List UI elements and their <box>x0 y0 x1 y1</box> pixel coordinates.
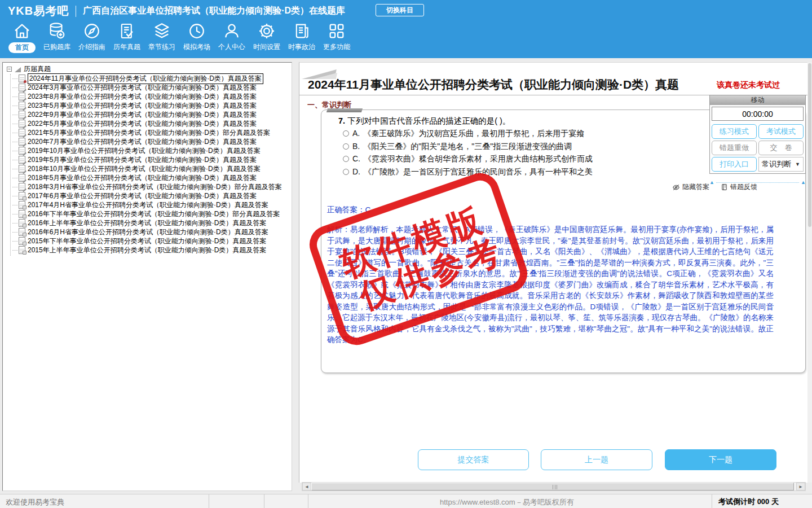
tree-item-label: 2019年5月事业单位公开招聘分类考试（职业能力倾向测验·D类）真题及答案 <box>28 155 257 165</box>
tree-collapse-icon[interactable]: − <box>7 67 12 72</box>
option-text: 《阳关三叠》的"阳关"是地名，"三叠"指三段渐进变强的曲调 <box>363 142 572 152</box>
option-c[interactable]: C. 《霓裳羽衣曲》糅合胡华音乐素材，采用唐大曲结构形式创作而成 <box>343 154 593 164</box>
horizontal-scrollbar[interactable]: ◄ ► <box>302 482 806 491</box>
triangle-up-icon: ▲ <box>801 179 806 185</box>
tree-item[interactable]: 2018年10月事业单位公开招聘分类考试（职业能力倾向测验·D类）真题及答案 <box>5 164 292 173</box>
tree-item-label: 2015年下半年事业单位公开招聘分类考试（职业能力倾向测验·D类）真题及答案 <box>28 237 266 246</box>
nav-label: 更多功能 <box>323 42 350 52</box>
option-key: C. <box>352 154 360 163</box>
statusbar-separator <box>308 494 308 508</box>
radio-icon[interactable] <box>343 143 349 150</box>
database-icon <box>47 20 67 42</box>
nav-item-current-affairs[interactable]: 时事政治 <box>284 20 319 53</box>
nav-item-time-settings[interactable]: 时间设置 <box>249 20 284 53</box>
tree-item[interactable]: 2023年8月事业单位公开招聘分类考试（职业能力倾向测验·D类）真题及答案 <box>5 92 292 101</box>
print-entry-button[interactable]: 打印入口 <box>712 157 757 172</box>
tree-item[interactable]: 2023年5月事业单位公开招聘分类考试（职业能力倾向测验·D类）真题及答案 <box>5 101 292 110</box>
dotted-divider <box>716 182 799 183</box>
scrollbar-thumb[interactable] <box>311 483 794 491</box>
vertical-scrollbar[interactable] <box>807 62 812 483</box>
scroll-right-arrow-icon[interactable]: ► <box>796 483 805 491</box>
tree-item[interactable]: 2015年下半年事业单位公开招聘分类考试（职业能力倾向测验·D类）真题及答案 <box>5 237 292 246</box>
nav-label: 个人中心 <box>218 42 245 52</box>
pin-document-icon <box>19 75 25 82</box>
panel-collapse-strip[interactable]: ▲ ▲ <box>709 179 806 185</box>
tree-item[interactable]: 2016年上半年事业单位公开招聘分类考试（职业能力倾向测验·D类）真题及答案 <box>5 218 292 227</box>
nav-label: 已购题库 <box>43 42 70 52</box>
tree-item[interactable]: 2024年11月事业单位公开招聘分类考试（职业能力倾向测验·D类）真题及答案 <box>5 74 292 83</box>
section-dropdown[interactable]: 常识判断 ▼ <box>758 157 804 172</box>
scrollbar-thumb[interactable] <box>808 63 811 227</box>
option-text: 《广陵散》是一首区别于宫廷雅乐的民间音乐，具有一种平和之美 <box>364 167 593 177</box>
nav-label: 模拟考场 <box>183 42 210 52</box>
option-d[interactable]: D. 《广陵散》是一首区别于宫廷雅乐的民间音乐，具有一种平和之美 <box>343 167 593 177</box>
hide-answer-button[interactable]: 隐藏答案 <box>672 182 709 192</box>
main-content: 2024年11月事业单位公开招聘分类考试（职业能力倾向测验·D类）真题 该真卷还… <box>299 62 807 483</box>
tree-item[interactable]: 2016年下半年事业单位公开招聘分类考试（职业能力倾向测验·D类）部分真题及答案 <box>5 209 292 218</box>
option-a[interactable]: A. 《秦王破阵乐》为汉朝宫廷乐曲，最初用于祭祀，后来用于宴飨 <box>343 129 593 139</box>
status-bar: 欢迎使用易考宝典 https://www.etest8.com－易考吧版权所有 … <box>0 494 812 508</box>
nav-item-guide[interactable]: 介绍指南 <box>74 20 109 53</box>
document-icon <box>117 20 136 42</box>
tree-item[interactable]: 2016年6月H省事业单位公开招聘分类考试（职业能力倾向测验·D类）真题及答案 <box>5 227 292 237</box>
tree-item-label: 2017年6月事业单位公开招聘分类考试（职业能力倾向测验·D类）真题及答案 <box>28 191 257 201</box>
redo-wrong-button[interactable]: 错题重做 <box>712 141 757 155</box>
scroll-left-arrow-icon[interactable]: ◄ <box>302 483 311 491</box>
tree-item[interactable]: 2021年5月事业单位公开招聘分类考试（职业能力倾向测验·D类）部分真题及答案 <box>5 128 292 137</box>
nav-item-past-papers[interactable]: 历年真题 <box>109 20 144 53</box>
panel-buttons: 练习模式 考试模式 错题重做 交 卷 打印入口 常识判断 ▼ <box>710 122 805 173</box>
edit-document-icon <box>19 174 25 182</box>
view-document-icon <box>19 192 25 200</box>
tree-item[interactable]: 2019年5月事业单位公开招聘分类考试（职业能力倾向测验·D类）真题及答案 <box>5 155 292 164</box>
submit-answer-button[interactable]: 提交答案 <box>418 449 529 470</box>
question-text: 下列对中国古代音乐作品的描述正确的是( )。 <box>347 116 510 125</box>
tree-root-row[interactable]: − 历届真题 <box>5 64 292 74</box>
nav-item-personal-center[interactable]: 个人中心 <box>214 20 249 53</box>
panel-drag-handle[interactable]: 移动 <box>710 95 805 105</box>
nav-item-home[interactable]: 首页 <box>5 20 39 53</box>
radio-icon[interactable] <box>343 169 349 175</box>
next-question-button[interactable]: 下一题 <box>665 449 776 470</box>
radio-icon[interactable] <box>343 156 349 162</box>
view-document-icon <box>19 219 25 227</box>
analysis-text: 解析：易老师解析，本题考察人文常识。A项错误，《秦王破阵乐》是中国唐朝宫廷乐舞。… <box>327 224 774 345</box>
tree-item[interactable]: 2020年7月事业单位公开招聘分类考试（职业能力倾向测验·D类）真题及答案 <box>5 137 292 146</box>
tree-item-label: 2016年6月H省事业单位公开招聘分类考试（职业能力倾向测验·D类）真题及答案 <box>28 227 268 237</box>
tree-item[interactable]: 2018年5月事业单位公开招聘分类考试（职业能力倾向测验·D类）真题及答案 <box>5 173 292 182</box>
nav-item-purchased[interactable]: 已购题库 <box>39 20 74 53</box>
tree-item[interactable]: 2017年4月H省事业单位公开招聘分类考试（职业能力倾向测验·D类）真题及答案 <box>5 200 292 209</box>
edit-document-icon <box>19 156 25 164</box>
previous-question-button[interactable]: 上一题 <box>541 449 652 470</box>
paper-title: 2024年11月事业单位公开招聘分类考试（职业能力倾向测验·D类）真题 <box>308 77 679 93</box>
radio-icon[interactable] <box>343 130 349 137</box>
panel-tab-decoration <box>326 108 363 112</box>
tree-item[interactable]: 2024年3月事业单位公开招聘分类考试（职业能力倾向测验·D类）真题及答案 <box>5 83 292 92</box>
tree-item[interactable]: 2019年10月事业单位公开招聘分类考试（职业能力倾向测验·D类）真题及答案 <box>5 146 292 155</box>
tree-items: 2024年11月事业单位公开招聘分类考试（职业能力倾向测验·D类）真题及答案20… <box>5 74 292 255</box>
nav-label: 介绍指南 <box>78 42 105 52</box>
submit-paper-button[interactable]: 交 卷 <box>758 141 804 155</box>
tree-item[interactable]: 2017年6月事业单位公开招聘分类考试（职业能力倾向测验·D类）真题及答案 <box>5 191 292 200</box>
tree-item[interactable]: 2015年上半年事业单位公开招聘分类考试（职业能力倾向测验·D类）真题及答案 <box>5 246 292 255</box>
option-b[interactable]: B. 《阳关三叠》的"阳关"是地名，"三叠"指三段渐进变强的曲调 <box>343 142 593 152</box>
tree-item-label: 2020年7月事业单位公开招聘分类考试（职业能力倾向测验·D类）真题及答案 <box>28 137 257 147</box>
nav-item-mock-exam[interactable]: 模拟考场 <box>179 20 214 53</box>
tree-item-label: 2023年8月事业单位公开招聘分类考试（职业能力倾向测验·D类）真题及答案 <box>28 92 257 102</box>
exam-mode-button[interactable]: 考试模式 <box>758 124 804 139</box>
tree-item-label: 2021年5月事业单位公开招聘分类考试（职业能力倾向测验·D类）部分真题及答案 <box>28 128 270 138</box>
correct-answer-value: C <box>365 205 371 214</box>
tree-item-label: 2019年10月事业单位公开招聘分类考试（职业能力倾向测验·D类）真题及答案 <box>28 146 261 156</box>
section-dropdown-value: 常识判断 <box>762 159 791 169</box>
tree-item[interactable]: 2018年3月H省事业单位公开招聘分类考试（职业能力倾向测验·D类）部分真题及答… <box>5 182 292 191</box>
nav-item-chapter-practice[interactable]: 章节练习 <box>144 20 179 53</box>
practice-mode-button[interactable]: 练习模式 <box>712 124 757 139</box>
eye-off-icon <box>672 183 680 191</box>
tree-item[interactable]: 2022年9月事业单位公开招聘分类考试（职业能力倾向测验·D类）真题及答案 <box>5 110 292 119</box>
tree-item[interactable]: 2022年5月事业单位公开招聘分类考试（职业能力倾向测验·D类）真题及答案 <box>5 119 292 128</box>
statusbar-separator <box>264 494 264 508</box>
option-key: B. <box>352 142 360 151</box>
option-text: 《霓裳羽衣曲》糅合胡华音乐素材，采用唐大曲结构形式创作而成 <box>364 154 593 164</box>
switch-subject-button[interactable]: 切换科目 <box>376 4 424 16</box>
layers-icon <box>152 20 171 42</box>
nav-item-more-features[interactable]: 更多功能 <box>319 20 354 53</box>
